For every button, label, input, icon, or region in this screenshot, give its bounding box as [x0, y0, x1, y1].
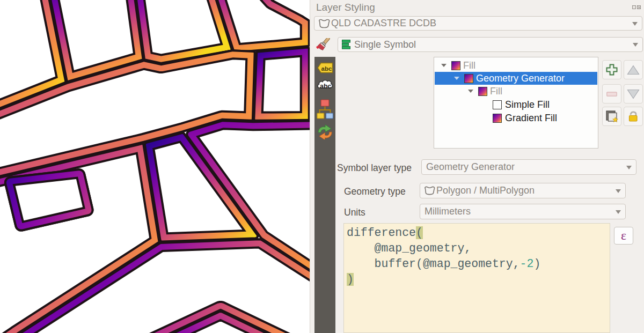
- svg-text:abc: abc: [321, 65, 332, 72]
- svg-text:abc: abc: [320, 83, 332, 90]
